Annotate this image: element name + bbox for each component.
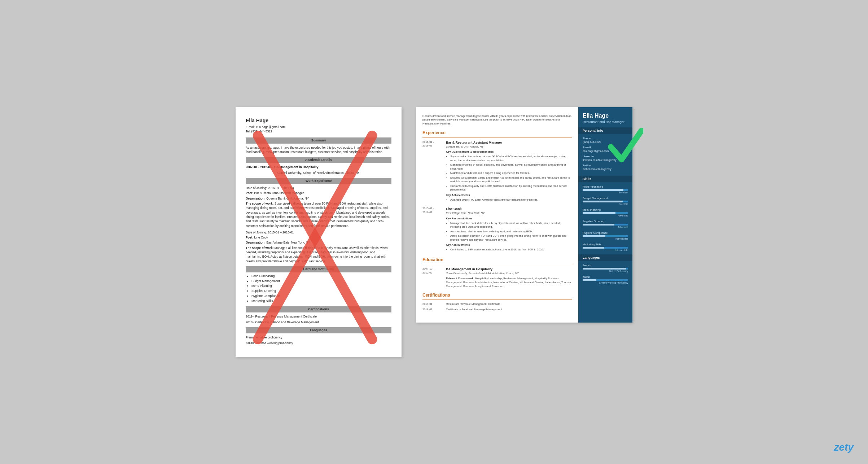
left-academic-header: Academic Details: [246, 157, 391, 163]
edu-school-1: Cornell University, School of Hotel Admi…: [446, 272, 572, 276]
sidebar-lang-section: Languages French Native Proficiency Ital…: [578, 254, 632, 284]
skill-item-1: Food Purchasing Excellent: [578, 185, 632, 194]
left-cert-1: 2019 - Restaurant Revenue Management Cer…: [246, 314, 391, 319]
skill-bar-bg-6: [583, 247, 628, 249]
skill-item-6: Marketing Skills Intermediate: [578, 243, 632, 251]
skill-level-4: Advanced: [583, 226, 628, 228]
list-item: Hygiene Compliance: [251, 294, 391, 298]
sidebar-linkedin: linkedin.com/in/ellahagezety: [583, 158, 628, 162]
resume-sidebar: Ella Hage Restaurant and Bar Manager Per…: [578, 107, 632, 323]
exp-title-2: Line Cook: [446, 207, 572, 211]
left-cert-2: 2018 - Certificate in Food and Beverage …: [246, 320, 391, 324]
list-item: Managed all line cook duties for a busy …: [450, 222, 572, 229]
sidebar-linkedin-label: LinkedIn: [583, 155, 628, 158]
skill-bar-fill-2: [583, 201, 623, 202]
skill-bar-fill-6: [583, 247, 604, 249]
edu-coursework-1: Relevant Coursework: Hospitality Leaders…: [446, 277, 572, 289]
sidebar-job-title: Restaurant and Bar Manager: [583, 120, 628, 124]
left-skills-list: Food Purchasing Budget Management Menu P…: [251, 274, 391, 303]
experience-item-1: 2016-01 -2019-03 Bar & Restaurant Assist…: [422, 140, 572, 203]
cert-name-2: Certificate in Food and Beverage Managem…: [446, 308, 502, 312]
sidebar-skills-section: Skills Food Purchasing Excellent Budget …: [578, 176, 632, 251]
edu-content-1: BA Management in Hospitality Cornell Uni…: [446, 267, 572, 289]
exp-qual-title-1: Key Qualifications & Responsibilities: [446, 150, 572, 154]
lang-bar-fill-1: [583, 268, 626, 270]
exp-content-2: Line Cook East Village Eats, New York, N…: [446, 207, 572, 253]
list-item: Maintained and developed a superb dining…: [450, 171, 572, 175]
skill-name-4: Supplies Ordering: [583, 220, 628, 223]
list-item: Awarded 2018 NYC Eater Award for Best As…: [450, 198, 572, 202]
lang-bar-bg-2: [583, 279, 628, 281]
list-item: Marketing Skills: [251, 299, 391, 303]
resume-right: Results-driven food service management d…: [416, 107, 632, 323]
sidebar-personal-content: Phone (929) 444-3322 E-mail ella.hage@gm…: [578, 137, 632, 176]
cert-section: Certifications 2019-01 Restaurant Revenu…: [422, 292, 572, 312]
experience-item-2: 2015-01 -2016-01 Line Cook East Village …: [422, 207, 572, 253]
lang-bar-bg-1: [583, 268, 628, 270]
exp-qual-title-2: Key Responsibilities: [446, 217, 572, 221]
skill-name-2: Budget Management: [583, 197, 628, 200]
skill-bar-bg-2: [583, 201, 628, 202]
education-title: Education: [422, 257, 572, 264]
experience-section: Experience 2016-01 -2019-03 Bar & Restau…: [422, 130, 572, 253]
exp-title-1: Bar & Restaurant Assistant Manager: [446, 140, 572, 145]
skill-item-3: Menu Planning Advanced: [578, 208, 632, 217]
skill-bar-bg-1: [583, 189, 628, 191]
exp-company-2: East Village Eats, New York, NY: [446, 211, 572, 215]
exp-achievements-1: Awarded 2018 NYC Eater Award for Best As…: [450, 198, 572, 202]
lang-name-1: French: [583, 264, 628, 267]
skill-level-5: Intermediate: [583, 237, 628, 240]
cert-title: Certifications: [422, 292, 572, 299]
exp-ach-title-2: Key Achievements: [446, 243, 572, 247]
left-work-header: Work Experience: [246, 178, 391, 184]
sidebar-lang-title: Languages: [578, 254, 632, 261]
lang-name-2: Italian: [583, 275, 628, 279]
left-job1-date: Date of Joining: 2016-01 – 2019-03: [246, 186, 391, 190]
lang-bar-fill-2: [583, 279, 596, 281]
exp-achievements-2: Contributed to 99% customer satisfaction…: [450, 248, 572, 252]
resume-right-main: Results-driven food service management d…: [416, 107, 578, 323]
list-item: Budget Management: [251, 279, 391, 284]
sidebar-skills-title: Skills: [578, 176, 632, 182]
sidebar-personal-title: Personal Info: [578, 127, 632, 134]
left-job1-org: Organization: Queens Bar & Grill, Astori…: [246, 196, 391, 201]
exp-date-2: 2015-01 -2016-01: [422, 207, 442, 253]
exp-bullets-2: Managed all line cook duties for a busy …: [450, 222, 572, 242]
left-summary-text: As an assistant manager, I have the expe…: [246, 145, 391, 154]
skill-bar-fill-3: [583, 212, 615, 214]
left-cert-header: Certifications: [246, 306, 391, 312]
sidebar-name: Ella Hage: [583, 112, 628, 119]
main-container: Ella Hage E-Mail: ella.hage@gmail.com Te…: [14, 107, 854, 357]
exp-bullets-1: Supervised a diverse team of over 50 FOH…: [450, 155, 572, 192]
cert-item-1: 2019-01 Restaurant Revenue Management Ce…: [422, 302, 572, 306]
list-item: Ensured Occupational Safety and Health A…: [450, 176, 572, 184]
lang-level-1: Native Proficiency: [583, 270, 628, 272]
skill-level-3: Advanced: [583, 214, 628, 217]
list-item: Supervised a diverse team of over 50 FOH…: [450, 155, 572, 162]
cert-item-2: 2018-01 Certificate in Food and Beverage…: [422, 308, 572, 312]
skill-bar-fill-4: [583, 224, 614, 226]
skill-item-2: Budget Management Excellent: [578, 197, 632, 205]
left-job2-scope: The scope of work: Managed all line cook…: [246, 246, 391, 263]
skill-level-2: Excellent: [583, 203, 628, 205]
right-summary: Results-driven food service management d…: [422, 114, 572, 126]
list-item: Food Purchasing: [251, 274, 391, 279]
sidebar-phone-label: Phone: [583, 137, 628, 140]
left-summary-header: Summary: [246, 137, 391, 144]
skill-bar-fill-5: [583, 235, 605, 237]
lang-level-2: Limited Working Proficiency: [583, 281, 628, 284]
cert-date-1: 2019-01: [422, 302, 442, 306]
sidebar-header: Ella Hage Restaurant and Bar Manager: [578, 107, 632, 127]
education-section: Education 2007-10 -2012-05 BA Management…: [422, 257, 572, 289]
sidebar-personal-section: Personal Info Phone (929) 444-3322 E-mai…: [578, 127, 632, 176]
skill-name-3: Menu Planning: [583, 208, 628, 211]
sidebar-email: ella.hage@gmail.com: [583, 149, 628, 153]
skill-bar-bg-3: [583, 212, 628, 214]
list-item: Contributed to 99% customer satisfaction…: [450, 248, 572, 252]
list-item: Assisted head chef in inventory, orderin…: [450, 230, 572, 234]
left-job1-post: Post: Bar & Restaurant Assistant Manager: [246, 191, 391, 195]
exp-ach-title-1: Key Achievements: [446, 193, 572, 197]
left-academic-entry: 2007-10 – 2012-05 - BA Management in Hos…: [246, 165, 391, 169]
skill-name-1: Food Purchasing: [583, 185, 628, 188]
skill-name-6: Marketing Skills: [583, 243, 628, 246]
